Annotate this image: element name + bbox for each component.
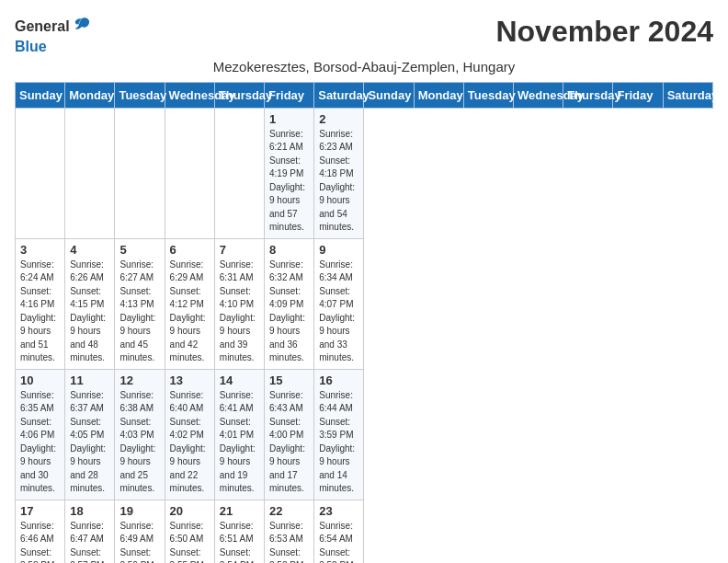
day-number: 9 [319, 243, 358, 257]
calendar-cell: 18Sunrise: 6:47 AM Sunset: 3:57 PM Dayli… [65, 500, 115, 563]
day-info: Sunrise: 6:50 AM Sunset: 3:55 PM Dayligh… [170, 520, 210, 563]
calendar-cell: 6Sunrise: 6:29 AM Sunset: 4:12 PM Daylig… [165, 238, 214, 369]
calendar-cell [115, 108, 165, 238]
calendar-cell: 1Sunrise: 6:21 AM Sunset: 4:19 PM Daylig… [265, 108, 314, 238]
day-info: Sunrise: 6:24 AM Sunset: 4:16 PM Dayligh… [20, 259, 60, 365]
weekday-header-row: SundayMondayTuesdayWednesdayThursdayFrid… [16, 82, 713, 108]
weekday-header-saturday: Saturday [663, 82, 712, 108]
day-number: 7 [220, 243, 259, 257]
calendar-cell: 7Sunrise: 6:31 AM Sunset: 4:10 PM Daylig… [214, 238, 264, 369]
weekday-header-tuesday: Tuesday [463, 82, 513, 108]
day-info: Sunrise: 6:29 AM Sunset: 4:12 PM Dayligh… [170, 259, 210, 365]
calendar-cell: 16Sunrise: 6:44 AM Sunset: 3:59 PM Dayli… [314, 369, 364, 500]
day-number: 3 [20, 243, 60, 257]
weekday-header-sunday: Sunday [364, 82, 414, 108]
header: General Blue November 2024 [15, 15, 713, 55]
day-info: Sunrise: 6:38 AM Sunset: 4:03 PM Dayligh… [119, 389, 159, 496]
day-info: Sunrise: 6:49 AM Sunset: 3:56 PM Dayligh… [119, 520, 159, 563]
calendar-cell: 23Sunrise: 6:54 AM Sunset: 3:52 PM Dayli… [314, 500, 364, 563]
day-info: Sunrise: 6:31 AM Sunset: 4:10 PM Dayligh… [220, 259, 259, 365]
logo-general: General [15, 18, 70, 35]
calendar-cell: 22Sunrise: 6:53 AM Sunset: 3:53 PM Dayli… [265, 500, 314, 563]
calendar-table: SundayMondayTuesdayWednesdayThursdayFrid… [15, 82, 713, 563]
day-info: Sunrise: 6:34 AM Sunset: 4:07 PM Dayligh… [319, 259, 358, 365]
calendar-cell [65, 108, 115, 238]
calendar-week-row: 1Sunrise: 6:21 AM Sunset: 4:19 PM Daylig… [16, 108, 713, 238]
calendar-cell: 3Sunrise: 6:24 AM Sunset: 4:16 PM Daylig… [16, 238, 65, 369]
day-number: 1 [269, 112, 309, 126]
day-number: 21 [220, 504, 259, 518]
calendar-cell: 13Sunrise: 6:40 AM Sunset: 4:02 PM Dayli… [165, 369, 214, 500]
calendar-cell: 4Sunrise: 6:26 AM Sunset: 4:15 PM Daylig… [65, 238, 115, 369]
logo: General Blue [15, 15, 92, 55]
day-info: Sunrise: 6:35 AM Sunset: 4:06 PM Dayligh… [20, 389, 60, 496]
day-info: Sunrise: 6:41 AM Sunset: 4:01 PM Dayligh… [220, 389, 259, 496]
day-info: Sunrise: 6:54 AM Sunset: 3:52 PM Dayligh… [319, 520, 358, 563]
day-number: 23 [319, 504, 358, 518]
day-number: 10 [20, 373, 60, 387]
day-info: Sunrise: 6:46 AM Sunset: 3:58 PM Dayligh… [20, 520, 60, 563]
weekday-header-friday: Friday [265, 82, 314, 108]
day-info: Sunrise: 6:32 AM Sunset: 4:09 PM Dayligh… [269, 259, 309, 365]
day-info: Sunrise: 6:51 AM Sunset: 3:54 PM Dayligh… [220, 520, 259, 563]
day-info: Sunrise: 6:44 AM Sunset: 3:59 PM Dayligh… [319, 389, 358, 496]
calendar-week-row: 3Sunrise: 6:24 AM Sunset: 4:16 PM Daylig… [16, 238, 713, 369]
day-info: Sunrise: 6:27 AM Sunset: 4:13 PM Dayligh… [119, 259, 159, 365]
calendar-cell: 12Sunrise: 6:38 AM Sunset: 4:03 PM Dayli… [115, 369, 165, 500]
day-number: 22 [269, 504, 309, 518]
day-info: Sunrise: 6:43 AM Sunset: 4:00 PM Dayligh… [269, 389, 309, 496]
calendar-cell: 5Sunrise: 6:27 AM Sunset: 4:13 PM Daylig… [115, 238, 165, 369]
day-number: 5 [119, 243, 159, 257]
day-number: 13 [170, 373, 210, 387]
logo-blue: Blue [15, 39, 47, 55]
day-number: 12 [119, 373, 159, 387]
logo-bird-icon [72, 15, 92, 39]
day-number: 19 [119, 504, 159, 518]
calendar-cell: 8Sunrise: 6:32 AM Sunset: 4:09 PM Daylig… [265, 238, 314, 369]
weekday-header-tuesday: Tuesday [115, 82, 165, 108]
weekday-header-thursday: Thursday [563, 82, 613, 108]
weekday-header-monday: Monday [65, 82, 115, 108]
calendar-cell: 9Sunrise: 6:34 AM Sunset: 4:07 PM Daylig… [314, 238, 364, 369]
weekday-header-wednesday: Wednesday [514, 82, 563, 108]
calendar-cell [16, 108, 65, 238]
calendar-cell: 2Sunrise: 6:23 AM Sunset: 4:18 PM Daylig… [314, 108, 364, 238]
day-number: 8 [269, 243, 309, 257]
calendar-cell [214, 108, 264, 238]
day-number: 14 [220, 373, 259, 387]
calendar-cell: 17Sunrise: 6:46 AM Sunset: 3:58 PM Dayli… [16, 500, 65, 563]
calendar-cell: 14Sunrise: 6:41 AM Sunset: 4:01 PM Dayli… [214, 369, 264, 500]
day-info: Sunrise: 6:23 AM Sunset: 4:18 PM Dayligh… [319, 128, 358, 235]
day-info: Sunrise: 6:53 AM Sunset: 3:53 PM Dayligh… [269, 520, 309, 563]
weekday-header-monday: Monday [414, 82, 463, 108]
day-info: Sunrise: 6:40 AM Sunset: 4:02 PM Dayligh… [170, 389, 210, 496]
day-number: 11 [70, 373, 109, 387]
calendar-cell: 11Sunrise: 6:37 AM Sunset: 4:05 PM Dayli… [65, 369, 115, 500]
weekday-header-saturday: Saturday [314, 82, 364, 108]
day-info: Sunrise: 6:26 AM Sunset: 4:15 PM Dayligh… [70, 259, 109, 365]
calendar-title: November 2024 [495, 15, 713, 49]
day-number: 2 [319, 112, 358, 126]
calendar-subtitle: Mezokeresztes, Borsod-Abauj-Zemplen, Hun… [15, 59, 713, 75]
weekday-header-sunday: Sunday [16, 82, 65, 108]
day-info: Sunrise: 6:37 AM Sunset: 4:05 PM Dayligh… [70, 389, 109, 496]
calendar-week-row: 17Sunrise: 6:46 AM Sunset: 3:58 PM Dayli… [16, 500, 713, 563]
day-number: 18 [70, 504, 109, 518]
calendar-cell: 19Sunrise: 6:49 AM Sunset: 3:56 PM Dayli… [115, 500, 165, 563]
day-number: 4 [70, 243, 109, 257]
weekday-header-wednesday: Wednesday [165, 82, 214, 108]
day-number: 15 [269, 373, 309, 387]
logo-block: General Blue [15, 15, 92, 55]
day-number: 20 [170, 504, 210, 518]
calendar-cell: 21Sunrise: 6:51 AM Sunset: 3:54 PM Dayli… [214, 500, 264, 563]
day-number: 6 [170, 243, 210, 257]
calendar-cell: 15Sunrise: 6:43 AM Sunset: 4:00 PM Dayli… [265, 369, 314, 500]
day-info: Sunrise: 6:47 AM Sunset: 3:57 PM Dayligh… [70, 520, 109, 563]
weekday-header-friday: Friday [613, 82, 663, 108]
day-number: 16 [319, 373, 358, 387]
day-info: Sunrise: 6:21 AM Sunset: 4:19 PM Dayligh… [269, 128, 309, 235]
calendar-week-row: 10Sunrise: 6:35 AM Sunset: 4:06 PM Dayli… [16, 369, 713, 500]
calendar-cell: 20Sunrise: 6:50 AM Sunset: 3:55 PM Dayli… [165, 500, 214, 563]
calendar-cell [165, 108, 214, 238]
day-number: 17 [20, 504, 60, 518]
